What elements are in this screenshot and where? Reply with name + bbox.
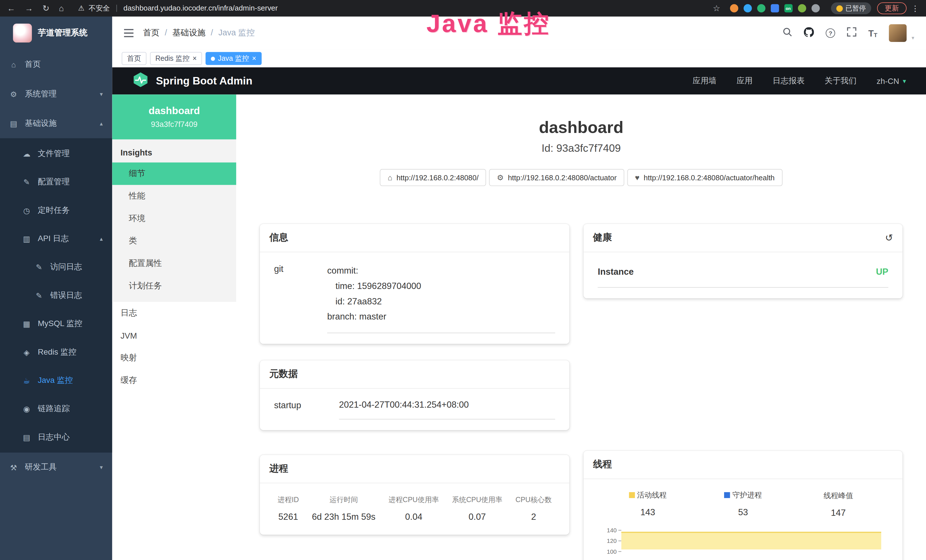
close-icon[interactable]: × [252,55,256,62]
sidebar-item-label: 配置管理 [38,177,70,187]
health-card-title: 健康 ↺ [584,224,902,252]
chevron-up-icon: ▴ [100,235,103,242]
menu-item-logs[interactable]: 日志 [112,302,236,324]
sidebar-item-redis-monitor[interactable]: ◈ Redis 监控 [0,338,112,366]
breadcrumb-item-home[interactable]: 首页 [143,28,159,38]
home-icon[interactable]: ⌂ [59,3,64,13]
header-actions: ? TT ▾ [782,24,914,42]
extensions-puzzle-icon[interactable] [811,4,820,12]
legend-color-swatch [724,492,730,498]
menu-item-metrics[interactable]: 性能 [112,185,236,207]
menu-item-environment[interactable]: 环境 [112,207,236,230]
app-logo[interactable]: 芋道管理系统 [0,17,112,50]
cards: 信息 git commit: time: 1596289704000 id: 2… [236,224,926,560]
menu-item-scheduled-tasks[interactable]: 计划任务 [112,275,236,297]
address-bar[interactable]: ⚠ 不安全 dashboard.yudao.iocoder.cn/infra/a… [78,3,278,13]
sba-logo-icon [132,71,149,91]
tab-java-monitor[interactable]: Java 监控 × [206,52,262,65]
tab-redis-monitor[interactable]: Redis 监控 × [150,52,202,65]
collapse-sidebar-icon[interactable] [124,29,133,37]
sidebar-item-error-logs[interactable]: ✎ 错误日志 [0,281,112,310]
sba-nav-about[interactable]: 关于我们 [825,76,857,86]
back-icon[interactable]: ← [7,3,15,13]
sidebar-item-label: 文件管理 [38,148,70,159]
sidebar-item-label: 基础设施 [25,118,57,129]
breadcrumb-item-infrastructure[interactable]: 基础设施 [159,28,205,38]
legend-label: 线程峰值 [824,491,853,501]
menu-item-details[interactable]: 细节 [112,163,236,185]
sidebar-item-java-monitor[interactable]: ☕ Java 监控 [0,366,112,395]
menu-item-classes[interactable]: 类 [112,230,236,253]
sba-brand[interactable]: Spring Boot Admin [132,71,253,91]
sidebar-item-config-management[interactable]: ✎ 配置管理 [0,168,112,196]
info-line: commit: [327,263,555,278]
sidebar-item-mysql-monitor[interactable]: ▦ MySQL 监控 [0,310,112,338]
locale-selector[interactable]: zh-CN ▾ [877,76,906,85]
reload-icon[interactable]: ↻ [42,3,49,13]
paused-badge[interactable]: 已暂停 [831,2,871,14]
extension-icon[interactable] [770,4,779,12]
font-size-small: T [874,32,878,38]
sba-nav: 应用墙 应用 日志报表 关于我们 zh-CN ▾ [693,76,906,86]
history-icon[interactable]: ↺ [885,232,893,243]
sba-main: dashboard Id: 93a3fc7f7409 ⌂ http://192.… [236,94,926,560]
font-size-icon[interactable]: TT [869,28,878,38]
menu-item-mappings[interactable]: 映射 [112,347,236,369]
forward-icon[interactable]: → [25,3,33,13]
instance-header[interactable]: dashboard 93a3fc7f7409 [112,94,236,139]
sba-nav-applications[interactable]: 应用 [737,76,753,86]
screen: ← → ↻ ⌂ ⚠ 不安全 dashboard.yudao.iocoder.cn… [0,0,926,560]
stat-value: 0.04 [389,512,439,522]
sidebar-submenu: ☁ 文件管理 ✎ 配置管理 ◷ 定时任务 ▥ API 日志 ▴ ✎ [0,138,112,453]
extension-icon[interactable] [743,4,752,12]
health-url-link[interactable]: ♥ http://192.168.0.2:48080/actuator/heal… [627,169,782,186]
search-icon[interactable] [782,27,792,39]
sidebar-item-devtools[interactable]: ⚒ 研发工具 ▾ [0,453,112,482]
sidebar-item-infrastructure[interactable]: ▤ 基础设施 ▴ [0,109,112,138]
sidebar-item-scheduled-tasks[interactable]: ◷ 定时任务 [0,196,112,224]
sidebar-item-home[interactable]: ⌂ 首页 [0,50,112,79]
github-icon[interactable] [804,27,814,39]
update-button[interactable]: 更新 [877,2,906,14]
sidebar-item-api-logs[interactable]: ▥ API 日志 ▴ [0,224,112,253]
menu-item-caches[interactable]: 缓存 [112,369,236,392]
sidebar-item-log-center[interactable]: ▤ 日志中心 [0,423,112,451]
browser-menu-icon[interactable]: ⋮ [911,4,919,12]
fullscreen-icon[interactable] [847,27,856,39]
tick-mark [619,551,622,552]
sidebar-item-system[interactable]: ⚙ 系统管理 ▾ [0,79,112,109]
service-url-link[interactable]: ⌂ http://192.168.0.2:48080/ [380,169,487,186]
page-title: dashboard [236,118,926,137]
infrastructure-icon: ▤ [8,119,19,128]
tab-home[interactable]: 首页 [122,52,147,65]
app-logo-image [13,24,32,42]
sba-nav-wallboard[interactable]: 应用墙 [693,76,717,86]
health-card-body: Instance UP [584,252,902,298]
sidebar-item-access-logs[interactable]: ✎ 访问日志 [0,253,112,281]
address-separator [117,5,117,12]
sidebar-item-file-management[interactable]: ☁ 文件管理 [0,139,112,168]
chart-plot-area [622,529,881,560]
sidebar-item-label: Java 监控 [38,375,73,386]
extension-icon[interactable] [798,4,806,12]
extension-icon[interactable] [730,4,738,12]
legend-value: 143 [600,507,695,517]
avatar[interactable] [889,24,907,42]
extension-icon[interactable] [757,4,765,12]
bookmark-star-icon[interactable]: ☆ [713,3,720,13]
menu-item-configprops[interactable]: 配置属性 [112,252,236,275]
sba-nav-journal[interactable]: 日志报表 [773,76,805,86]
chevron-down-icon: ▾ [100,91,103,97]
legend-color-swatch [629,492,635,498]
sidebar-item-label: 定时任务 [38,205,70,216]
close-icon[interactable]: × [192,55,197,62]
sidebar-item-tracing[interactable]: ◉ 链路追踪 [0,395,112,423]
actuator-url-link[interactable]: ⚙ http://192.168.0.2:48080/actuator [489,169,624,186]
extension-icon[interactable]: on [784,4,792,12]
menu-item-jvm[interactable]: JVM [112,324,236,347]
info-value: commit: time: 1596289704000 id: 27aa832 … [327,263,555,333]
health-card: 健康 ↺ Instance UP [584,224,902,298]
chevron-up-icon: ▴ [100,120,103,127]
info-line: branch: master [327,309,555,324]
help-icon[interactable]: ? [826,28,835,38]
